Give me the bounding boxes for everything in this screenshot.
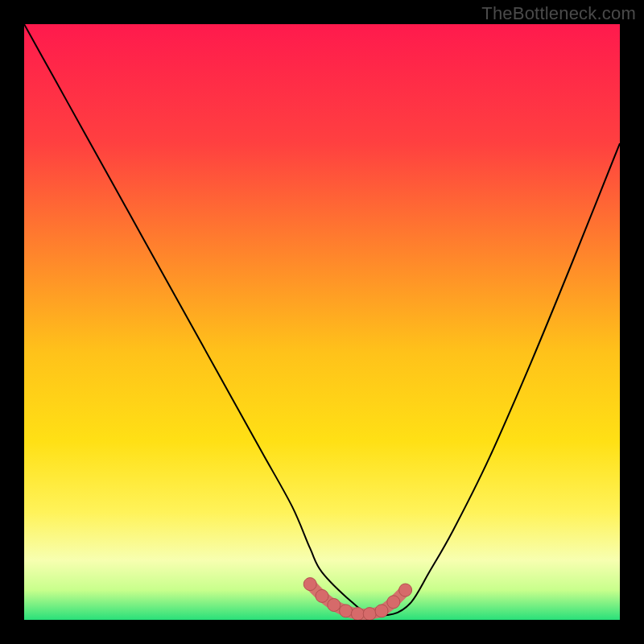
watermark-text: TheBottleneck.com: [481, 3, 636, 24]
marker-dot: [328, 599, 341, 612]
plot-svg: [24, 24, 620, 620]
plot-area: [24, 24, 620, 620]
gradient-background: [24, 24, 620, 620]
marker-dot: [399, 584, 412, 597]
marker-dot: [351, 608, 364, 620]
marker-dot: [316, 589, 328, 602]
marker-dot: [387, 596, 400, 609]
marker-dot: [363, 608, 376, 620]
chart-frame: TheBottleneck.com: [0, 0, 644, 644]
marker-dot: [375, 605, 388, 617]
marker-dot: [340, 605, 353, 617]
marker-dot: [303, 578, 316, 591]
